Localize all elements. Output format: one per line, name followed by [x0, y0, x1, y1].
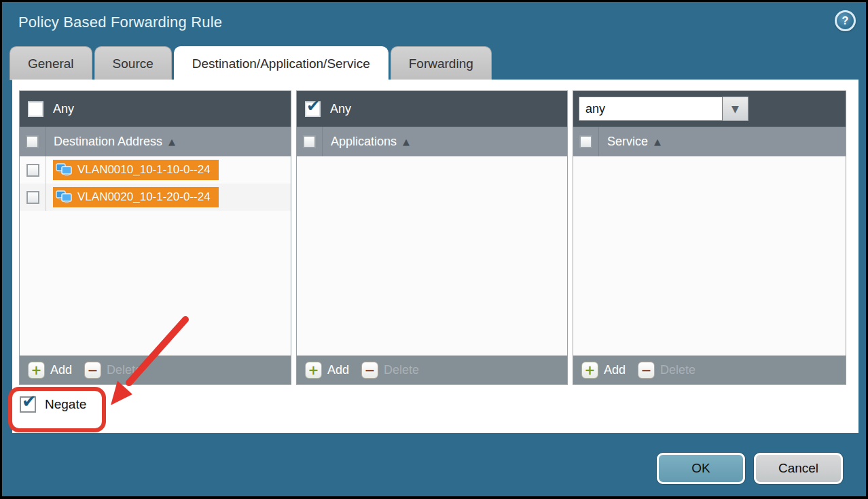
dialog-title: Policy Based Forwarding Rule — [18, 14, 222, 31]
destination-any-label: Any — [53, 102, 74, 116]
destination-column-header: Destination Address ▲ — [20, 126, 291, 156]
service-delete-button[interactable]: − Delete — [638, 362, 695, 379]
add-button-label: Add — [604, 363, 626, 377]
sort-ascending-icon: ▲ — [403, 137, 410, 147]
destination-select-all-checkbox[interactable] — [26, 135, 39, 148]
tab-forwarding[interactable]: Forwarding — [391, 46, 492, 80]
service-select-all-checkbox[interactable] — [579, 135, 592, 148]
cancel-button-label: Cancel — [778, 461, 818, 476]
applications-any-checkbox[interactable]: ✔ — [305, 101, 321, 117]
tab-general[interactable]: General — [10, 46, 92, 80]
applications-list — [297, 156, 567, 356]
service-panel: any ▼ Service ▲ + Add − Delete — [573, 90, 846, 385]
negate-checkbox[interactable]: ✔ — [20, 396, 36, 413]
service-toolbar: + Add − Delete — [573, 356, 846, 384]
minus-icon: − — [638, 362, 655, 379]
row-checkbox[interactable] — [26, 191, 39, 204]
plus-icon: + — [581, 362, 598, 379]
tab-bar: General Source Destination/Application/S… — [10, 46, 492, 80]
service-dropdown-value[interactable]: any — [579, 97, 723, 121]
destination-column-header-label: Destination Address — [54, 135, 162, 149]
destination-add-button[interactable]: + Add — [28, 362, 72, 379]
divider — [45, 127, 46, 156]
add-button-label: Add — [50, 363, 72, 377]
tab-general-label: General — [28, 56, 74, 71]
service-column-header: Service ▲ — [573, 126, 846, 156]
applications-any-header: ✔ Any — [297, 91, 567, 126]
address-group-icon — [56, 162, 73, 177]
applications-delete-button[interactable]: − Delete — [361, 362, 419, 379]
applications-add-button[interactable]: + Add — [305, 362, 349, 379]
policy-based-forwarding-dialog: Policy Based Forwarding Rule ? General S… — [2, 2, 866, 496]
ok-button-label: OK — [691, 461, 710, 476]
service-column-header-label: Service — [607, 135, 648, 149]
delete-button-label: Delete — [384, 363, 419, 377]
service-list — [573, 156, 846, 356]
table-row[interactable]: VLAN0010_10-1-10-0--24 — [20, 156, 291, 184]
applications-any-label: Any — [330, 102, 351, 116]
destination-delete-button[interactable]: − Delete — [84, 362, 142, 379]
negate-label: Negate — [45, 397, 86, 412]
cancel-button[interactable]: Cancel — [754, 453, 843, 484]
row-checkbox-cell — [20, 184, 46, 211]
minus-icon: − — [84, 362, 101, 379]
divider — [322, 127, 323, 156]
address-object-label: VLAN0010_10-1-10-0--24 — [77, 163, 211, 177]
help-icon[interactable]: ? — [835, 10, 856, 31]
tab-source[interactable]: Source — [94, 46, 172, 80]
destination-address-list: VLAN0010_10-1-10-0--24 VLAN0020_10-1-20-… — [20, 156, 291, 356]
destination-any-checkbox[interactable] — [28, 101, 43, 117]
service-sort-header[interactable]: Service ▲ — [607, 135, 661, 149]
ok-button[interactable]: OK — [657, 453, 745, 484]
address-group-icon — [56, 190, 73, 205]
address-object-chip[interactable]: VLAN0010_10-1-10-0--24 — [53, 160, 219, 180]
tab-destination-application-service[interactable]: Destination/Application/Service — [174, 46, 388, 80]
tab-destination-application-service-label: Destination/Application/Service — [192, 56, 370, 71]
destination-toolbar: + Add − Delete — [20, 356, 291, 384]
dropdown-arrow-button[interactable]: ▼ — [723, 97, 748, 121]
delete-button-label: Delete — [107, 363, 142, 377]
checkmark-icon: ✔ — [22, 391, 37, 411]
address-object-label: VLAN0020_10-1-20-0--24 — [77, 190, 211, 204]
sort-ascending-icon: ▲ — [654, 137, 661, 147]
delete-button-label: Delete — [660, 363, 695, 377]
chevron-down-icon: ▼ — [731, 103, 739, 114]
destination-any-header: Any — [20, 91, 291, 126]
applications-sort-header[interactable]: Applications ▲ — [331, 135, 410, 149]
applications-panel: ✔ Any Applications ▲ + Add − Delete — [296, 90, 568, 385]
service-add-button[interactable]: + Add — [581, 362, 626, 379]
divider — [598, 127, 599, 156]
applications-toolbar: + Add − Delete — [297, 356, 567, 384]
applications-column-header-label: Applications — [331, 135, 397, 149]
destination-sort-header[interactable]: Destination Address ▲ — [54, 135, 175, 149]
sort-ascending-icon: ▲ — [168, 137, 175, 147]
tab-forwarding-label: Forwarding — [409, 56, 473, 71]
destination-address-panel: Any Destination Address ▲ — [19, 90, 291, 385]
applications-column-header: Applications ▲ — [297, 126, 567, 156]
add-button-label: Add — [327, 363, 349, 377]
service-dropdown-header: any ▼ — [573, 91, 846, 126]
negate-control[interactable]: ✔ Negate — [20, 396, 86, 413]
applications-select-all-checkbox[interactable] — [303, 135, 316, 148]
row-checkbox[interactable] — [26, 164, 39, 177]
plus-icon: + — [28, 362, 45, 379]
tab-source-label: Source — [113, 56, 153, 71]
table-row[interactable]: VLAN0020_10-1-20-0--24 — [20, 184, 291, 211]
minus-icon: − — [361, 362, 378, 379]
address-object-chip[interactable]: VLAN0020_10-1-20-0--24 — [53, 187, 219, 207]
checkmark-icon: ✔ — [306, 97, 320, 116]
plus-icon: + — [305, 362, 322, 379]
row-checkbox-cell — [20, 156, 46, 184]
service-dropdown[interactable]: any ▼ — [579, 97, 748, 121]
